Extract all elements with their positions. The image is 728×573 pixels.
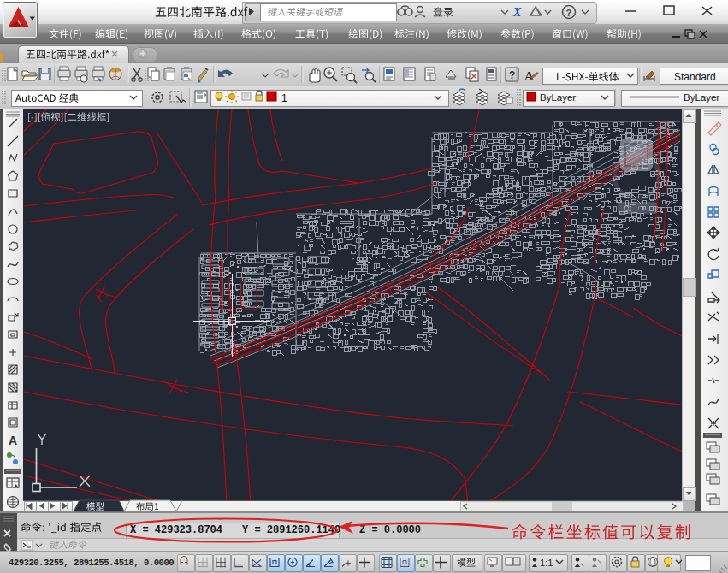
svg-text:1:1: 1:1 <box>540 558 553 568</box>
svg-text:X: X <box>512 6 522 19</box>
svg-text:ByLayer: ByLayer <box>540 92 576 103</box>
svg-text:?: ? <box>509 69 515 81</box>
svg-text:A: A <box>9 434 17 447</box>
svg-text:WCS: WCS <box>623 204 641 213</box>
svg-text:1: 1 <box>281 92 287 104</box>
svg-text:ByLayer: ByLayer <box>684 92 719 103</box>
svg-text:?: ? <box>566 8 572 18</box>
